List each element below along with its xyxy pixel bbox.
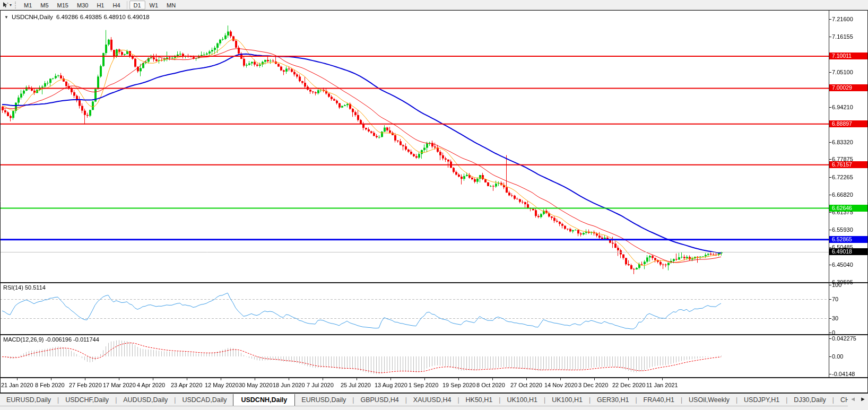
chart-tab-ger30-h1[interactable]: GER30,H1 [591,395,635,406]
timeframe-button-m1[interactable]: M1 [20,1,36,10]
chart-tab-usoil-weekly[interactable]: USOil,Weekly [682,395,736,406]
macd-indicator-label: MACD(12,26,9) -0.006196 -0.011744 [3,336,99,343]
chart-tab-usdchf-daily[interactable]: USDCHF,Daily [59,395,115,406]
chart-tab-audusd-daily[interactable]: AUDUSD,Daily [117,395,174,406]
crosshair-cursor-icon [2,2,9,8]
price-axis-tick: 7.21600 [832,16,853,23]
date-axis-label: 30 May 2020 [239,382,273,389]
timeframe-button-mn[interactable]: MN [162,1,180,10]
chart-tab-china300-h1[interactable]: CHINA300,H1 [834,395,848,406]
tab-scroll-left-icon[interactable]: ◄ [850,396,856,402]
timeframe-button-h4[interactable]: H4 [108,1,124,10]
price-axis-tick: 6.83320 [832,139,853,146]
chart-tab-fra40-h1[interactable]: FRA40,H1 [637,395,681,406]
tabs-strip: EURUSD,Daily|USDCHF,Daily|AUDUSD,Daily|U… [0,394,848,406]
date-axis-label: 4 Apr 2020 [137,382,165,389]
price-axis-tick: 7.05100 [832,69,853,76]
rsi-axis-tick: 30 [832,315,838,322]
hline-price-tag: 6.52865 [829,236,867,243]
chart-tab-xauusd-h4[interactable]: XAUUSD,H4 [407,395,458,406]
timeframe-buttons: M1M5M15M30H1H4D1W1MN [20,1,180,10]
chart-ohlc-values: 6.49286 6.49385 6.48910 6.49018 [56,14,150,21]
price-axis-tick: 6.45040 [832,261,853,268]
chart-tab-uk100-h1[interactable]: UK100,H1 [500,395,544,406]
macd-axis-tick: 0.00 [832,353,843,360]
rsi-axis-tick: 100 [832,282,841,289]
timeframe-button-m5[interactable]: M5 [36,1,53,10]
date-axis-label: 18 Jun 2020 [273,382,305,389]
macd-axis-tick: 0.042275 [832,335,856,342]
hline-price-tag: 6.76157 [829,161,867,168]
toolbar: ▾ M1M5M15M30H1H4D1W1MN [0,0,868,10]
hline-price-tag: 6.62646 [829,205,867,212]
date-axis-label: 1 Sep 2020 [409,382,438,389]
collapse-caret-icon[interactable]: ▼ [4,14,8,21]
date-axis-label: 3 Dec 2020 [578,382,608,389]
timeframe-button-h1[interactable]: H1 [92,1,108,10]
timeframe-button-w1[interactable]: W1 [145,1,163,10]
date-axis-label: 22 Dec 2020 [612,382,645,389]
rsi-indicator-label: RSI(14) 50.5114 [3,284,46,291]
chart-workspace: ▼ USDCNH,Daily 6.49286 6.49385 6.48910 6… [0,10,868,410]
date-axis-label: 8 Oct 2020 [476,382,505,389]
tab-scroll-arrows: ◄ ► [850,396,866,402]
timeframe-button-m15[interactable]: M15 [53,1,73,10]
cursor-tool-button[interactable]: ▾ [1,1,13,10]
price-axis-tick: 6.55930 [832,226,853,233]
chart-tab-usdcad-daily[interactable]: USDCAD,Daily [176,395,233,406]
chart-tab-hk50-h1[interactable]: HK50,H1 [459,395,499,406]
hline-price-tag: 7.00029 [829,84,867,91]
price-axis-tick: 6.94210 [832,104,853,111]
date-axis-label: 27 Oct 2020 [510,382,542,389]
timeframe-button-d1[interactable]: D1 [129,1,145,10]
macd-axis-tick: -0.04148 [832,371,855,378]
date-axis-label: 25 Jul 2020 [341,382,371,389]
chart-tab-usdjpy-h1[interactable]: USDJPY,H1 [737,395,786,406]
chart-tab-gbpusd-h4[interactable]: GBPUSD,H4 [354,395,405,406]
date-axis-label: 13 Aug 2020 [375,382,407,389]
chart-tab-uk100-h1[interactable]: UK100,H1 [545,395,589,406]
price-axis-tick: 6.66820 [832,191,853,198]
date-axis-label: 23 Apr 2020 [171,382,202,389]
date-axis-label: 17 Mar 2020 [103,382,136,389]
rsi-axis-tick: 70 [832,296,838,303]
toolbar-grip [15,2,18,8]
chart-tab-dj30-daily[interactable]: DJ30,Daily [787,395,832,406]
price-axis-tick: 6.72265 [832,174,853,181]
date-axis-label: 21 Jan 2020 [1,382,33,389]
chart-symbol-label: USDCNH,Daily [12,14,53,21]
date-axis-label: 14 Nov 2020 [544,382,577,389]
date-axis-label: 11 Jan 2021 [646,382,678,389]
current-price-tag: 6.49018 [829,248,867,255]
hline-price-tag: 7.10011 [829,53,867,59]
date-axis-label: 8 Feb 2020 [35,382,65,389]
caret-down-icon[interactable]: ▾ [10,3,12,7]
tab-scroll-right-icon[interactable]: ► [860,396,866,402]
chart-tab-eurusd-daily[interactable]: EURUSD,Daily [0,395,57,406]
toolbar-separator [127,1,127,9]
price-axis-tick: 7.16155 [832,33,853,40]
timeframe-button-m30[interactable]: M30 [73,1,92,10]
date-axis-label: 19 Sep 2020 [442,382,475,389]
hline-price-tag: 6.88897 [829,120,867,127]
chart-tab-bar: EURUSD,Daily|USDCHF,Daily|AUDUSD,Daily|U… [0,393,868,410]
date-axis-label: 7 Jul 2020 [307,382,334,389]
date-axis-label: 12 May 2020 [205,382,239,389]
chart-tab-eurusd-daily[interactable]: EURUSD,Daily [295,395,352,406]
chart-canvas[interactable] [0,10,868,393]
date-axis-label: 27 Feb 2020 [69,382,102,389]
chart-title: ▼ USDCNH,Daily 6.49286 6.49385 6.48910 6… [4,14,150,21]
chart-tab-usdcnh-daily[interactable]: USDCNH,Daily [233,394,295,406]
